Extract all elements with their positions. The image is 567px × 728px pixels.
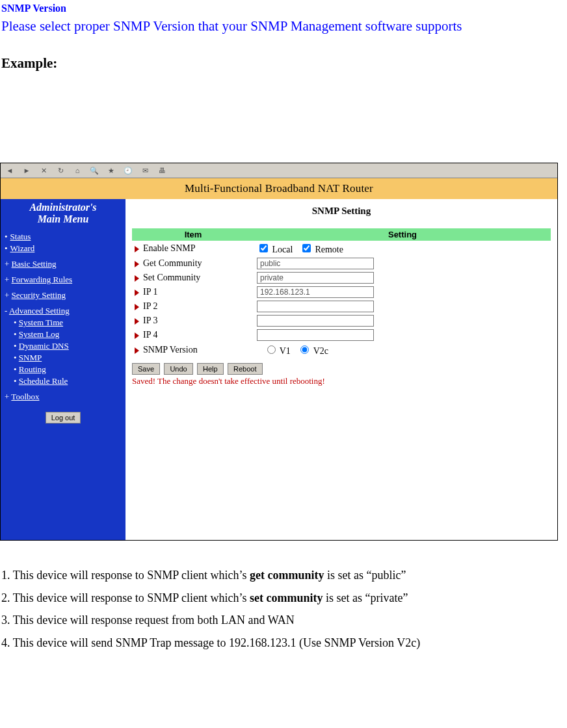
router-title-band: Multi-Functional Broadband NAT Router [1,178,557,199]
col-item: Item [132,228,254,241]
row-get-community: Get Community [132,256,551,271]
link[interactable]: Advanced Setting [9,306,70,316]
example-label: Example: [1,55,566,72]
sidebar-item-schedule-rule[interactable]: Schedule Rule [1,375,125,387]
note-pre: 1. This device will response to SNMP cli… [1,569,250,582]
help-button[interactable]: Help [197,363,224,375]
history-icon[interactable]: 🕘 [122,164,135,177]
link[interactable]: Schedule Rule [19,376,68,386]
sidebar-item-advanced-setting[interactable]: Advanced Setting [1,305,125,317]
row-set-community: Set Community [132,271,551,285]
note-pre: 3. This device will response request fro… [1,613,295,627]
note-pre: 2. This device will response to SNMP cli… [1,591,250,604]
sidebar-item-routing[interactable]: Routing [1,364,125,375]
ip3-input[interactable] [257,315,374,327]
refresh-icon[interactable]: ↻ [54,164,67,177]
content-area: SNMP Setting Item Setting Enable SNMP Lo… [125,199,557,540]
embedded-screenshot: ◄ ► ✕ ↻ ⌂ 🔍 ★ 🕘 ✉ 🖶 Multi-Functional Bro… [0,163,558,541]
sidebar-item-snmp[interactable]: SNMP [1,352,125,364]
row-ip3: IP 3 [132,314,551,328]
sidebar-item-wizard[interactable]: Wizard [1,243,125,254]
reboot-button[interactable]: Reboot [228,363,262,375]
v2c-label: V2c [313,346,328,356]
link[interactable]: Security Setting [12,290,66,300]
sidebar-item-dynamic-dns[interactable]: Dynamic DNS [1,340,125,352]
col-setting: Setting [254,228,551,241]
sidebar-item-toolbox[interactable]: Toolbox [1,391,125,403]
sidebar-title: Administrator's Main Menu [1,202,125,226]
note-post: is set as “private” [323,591,408,604]
sidebar-item-system-log[interactable]: System Log [1,329,125,340]
note-bold: set community [250,591,323,604]
back-icon[interactable]: ◄ [3,164,16,177]
label: IP 2 [132,299,254,314]
link[interactable]: Routing [19,364,46,374]
note-3: 3. This device will response request fro… [1,610,566,630]
mail-icon[interactable]: ✉ [138,164,152,177]
sidebar-item-forwarding-rules[interactable]: Forwarding Rules [1,274,125,286]
notes-list: 1. This device will response to SNMP cli… [1,565,566,653]
link[interactable]: Status [10,232,31,241]
sidebar-item-system-time[interactable]: System Time [1,317,125,329]
page-title: SNMP Setting [132,206,551,217]
logout-button[interactable]: Log out [46,412,81,424]
link[interactable]: Wizard [10,243,35,253]
note-2: 2. This device will response to SNMP cli… [1,588,566,608]
label: SNMP Version [132,342,254,358]
save-button[interactable]: Save [132,363,160,375]
search-icon[interactable]: 🔍 [88,164,101,177]
link[interactable]: Basic Setting [12,259,57,269]
save-warning: Saved! The change doesn't take effective… [132,376,551,386]
doc-description: Please select proper SNMP Version that y… [1,18,566,34]
link[interactable]: Dynamic DNS [19,341,69,351]
row-ip4: IP 4 [132,328,551,342]
browser-toolbar: ◄ ► ✕ ↻ ⌂ 🔍 ★ 🕘 ✉ 🖶 [1,163,557,178]
v1-radio[interactable] [267,345,276,354]
note-pre: 4. This device will send SNMP Trap messa… [1,636,420,649]
print-icon[interactable]: 🖶 [155,164,168,177]
forward-icon[interactable]: ► [20,164,33,177]
ip4-input[interactable] [257,329,374,341]
row-snmp-version: SNMP Version V1 V2c [132,342,551,358]
v1-label: V1 [280,346,291,356]
link[interactable]: System Log [19,329,59,339]
row-enable-snmp: Enable SNMP Local Remote [132,241,551,256]
get-community-input[interactable] [257,258,374,269]
set-community-input[interactable] [257,272,374,284]
remote-label: Remote [315,245,343,254]
sidebar-item-basic-setting[interactable]: Basic Setting [1,258,125,270]
v2c-radio[interactable] [300,345,309,354]
label: Get Community [132,256,254,271]
sidebar-title-line1: Administrator's [29,202,96,213]
link[interactable]: SNMP [19,353,42,362]
link[interactable]: Forwarding Rules [12,275,73,284]
sidebar-item-security-setting[interactable]: Security Setting [1,290,125,301]
link[interactable]: Toolbox [11,392,39,401]
stop-icon[interactable]: ✕ [37,164,50,177]
note-1: 1. This device will response to SNMP cli… [1,565,566,586]
home-icon[interactable]: ⌂ [71,164,84,177]
sidebar: Administrator's Main Menu Status Wizard … [1,199,125,540]
ip1-input[interactable] [257,286,374,298]
link[interactable]: System Time [19,317,63,327]
button-row: Save Undo Help Reboot [132,363,551,375]
sidebar-item-status[interactable]: Status [1,231,125,243]
snmp-table: Item Setting Enable SNMP Local Remote Ge… [132,228,551,358]
row-ip2: IP 2 [132,299,551,314]
doc-heading: SNMP Version [1,3,566,14]
note-4: 4. This device will send SNMP Trap messa… [1,633,566,653]
label: IP 1 [132,285,254,299]
local-label: Local [272,245,293,254]
ip2-input[interactable] [257,301,374,312]
label: Enable SNMP [132,241,254,256]
label: Set Community [132,271,254,285]
label: IP 4 [132,328,254,342]
local-checkbox[interactable] [259,244,268,252]
sidebar-title-line2: Main Menu [38,213,89,224]
note-post: is set as “public” [324,569,406,582]
favorites-icon[interactable]: ★ [105,164,118,177]
note-bold: get community [250,569,324,582]
undo-button[interactable]: Undo [164,363,192,375]
remote-checkbox[interactable] [302,244,311,252]
row-ip1: IP 1 [132,285,551,299]
